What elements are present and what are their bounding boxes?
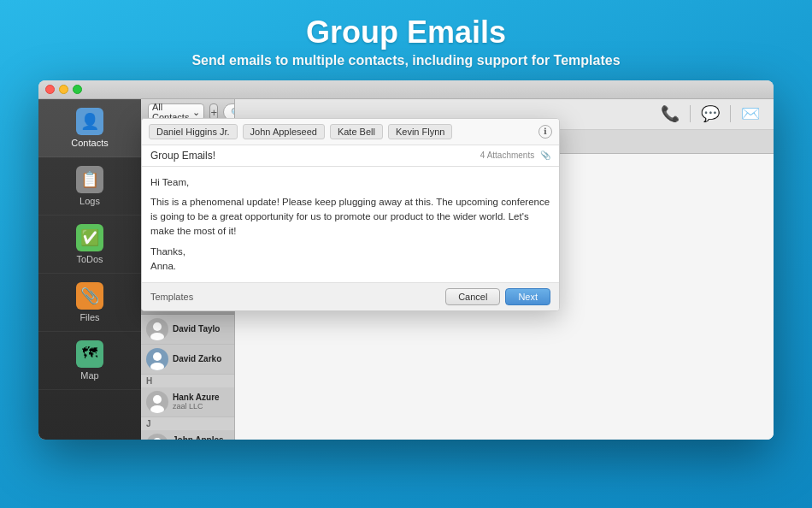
traffic-lights (45, 85, 82, 94)
sidebar-item-todos[interactable]: ✅ ToDos (38, 216, 141, 274)
page-subtitle: Send emails to multiple contacts, includ… (191, 53, 620, 68)
svg-point-15 (150, 405, 164, 413)
sidebar: 👤 Contacts 📋 Logs ✅ ToDos 📎 Files 🗺 Map (38, 99, 141, 440)
divider-1 (690, 105, 691, 122)
email-line-4: Anna. (150, 259, 550, 274)
contacts-icon: 👤 (76, 108, 103, 135)
recipient-chip-daniel[interactable]: Daniel Higgins Jr. (149, 124, 238, 139)
logs-icon: 📋 (76, 166, 103, 193)
avatar-david-z (146, 348, 168, 370)
map-icon: 🗺 (76, 340, 103, 368)
sidebar-item-files[interactable]: 📎 Files (38, 274, 141, 332)
maximize-button[interactable] (73, 85, 82, 94)
contact-name-hank: Hank Azure (173, 393, 220, 402)
email-line-2: This is a phenomenal update! Please keep… (150, 195, 550, 239)
divider-2 (730, 105, 731, 122)
contact-name-david-z: David Zarko (173, 354, 221, 363)
sidebar-label-contacts: Contacts (71, 138, 108, 148)
email-body[interactable]: Hi Team, This is a phenomenal update! Pl… (142, 167, 559, 283)
svg-point-10 (153, 322, 162, 331)
files-icon: 📎 (76, 282, 103, 310)
cancel-button[interactable]: Cancel (445, 288, 500, 305)
sidebar-item-map[interactable]: 🗺 Map (38, 332, 141, 390)
contact-name-john: John Apples (173, 435, 224, 440)
sidebar-label-map: Map (80, 370, 98, 381)
paperclip-icon: 📎 (540, 151, 550, 160)
svg-point-14 (153, 395, 162, 404)
recipient-chip-kate[interactable]: Kate Bell (330, 124, 383, 139)
email-compose-overlay: Daniel Higgins Jr. John Appleseed Kate B… (141, 118, 560, 312)
avatar-john (146, 434, 168, 440)
chat-icon[interactable]: 💬 (701, 104, 720, 123)
recipient-chip-kevin[interactable]: Kevin Flynn (388, 124, 452, 139)
contact-name-david-t: David Taylo (173, 324, 220, 334)
avatar-hank (146, 391, 168, 413)
page-title: Group Emails (191, 15, 620, 50)
alpha-header-j: J (141, 417, 234, 430)
title-bar (38, 80, 774, 99)
sidebar-label-logs: Logs (79, 196, 100, 206)
email-button-group: Cancel Next (445, 288, 550, 305)
dropdown-chevron-icon: ⌄ (192, 107, 200, 118)
email-line-1: Hi Team, (150, 175, 550, 190)
sidebar-item-logs[interactable]: 📋 Logs (38, 157, 141, 216)
app-window: 👤 Contacts 📋 Logs ✅ ToDos 📎 Files 🗺 Map (38, 80, 774, 440)
templates-label: Templates (150, 292, 193, 302)
contact-entry-hank[interactable]: Hank Azure zaal LLC (141, 387, 234, 417)
next-button[interactable]: Next (505, 288, 550, 305)
email-attachments: 4 Attachments 📎 (480, 151, 550, 160)
svg-point-11 (150, 333, 164, 340)
alpha-header-h: H (141, 375, 234, 387)
email-footer: Templates Cancel Next (142, 282, 559, 310)
svg-point-12 (153, 352, 162, 361)
email-subject-row: Group Emails! 4 Attachments 📎 (142, 145, 559, 167)
sidebar-label-todos: ToDos (76, 254, 103, 264)
email-info-button[interactable]: ℹ (538, 125, 552, 139)
sidebar-label-files: Files (79, 312, 99, 322)
avatar-david-t (146, 318, 168, 340)
app-body: 👤 Contacts 📋 Logs ✅ ToDos 📎 Files 🗺 Map (38, 99, 774, 440)
contact-sub-hank: zaal LLC (173, 402, 220, 411)
recipient-chip-john[interactable]: John Appleseed (243, 124, 325, 139)
phone-icon[interactable]: 📞 (661, 104, 680, 123)
contact-entry-david-z[interactable]: David Zarko (141, 345, 234, 375)
minimize-button[interactable] (59, 85, 68, 94)
sidebar-item-contacts[interactable]: 👤 Contacts (38, 99, 141, 157)
svg-point-16 (153, 438, 162, 440)
todos-icon: ✅ (76, 224, 103, 251)
close-button[interactable] (45, 85, 55, 94)
page-header: Group Emails Send emails to multiple con… (174, 0, 637, 75)
search-icon: 🔍 (231, 108, 235, 117)
email-subject: Group Emails! (150, 150, 480, 162)
email-line-3: Thanks, (150, 245, 550, 259)
svg-point-13 (150, 363, 164, 370)
contact-entry-john[interactable]: John Apples zaal LLC (141, 430, 234, 440)
email-recipients-row: Daniel Higgins Jr. John Appleseed Kate B… (142, 119, 559, 145)
email-icon[interactable]: ✉️ (741, 104, 760, 123)
contact-entry-david-t[interactable]: David Taylo (141, 315, 234, 345)
